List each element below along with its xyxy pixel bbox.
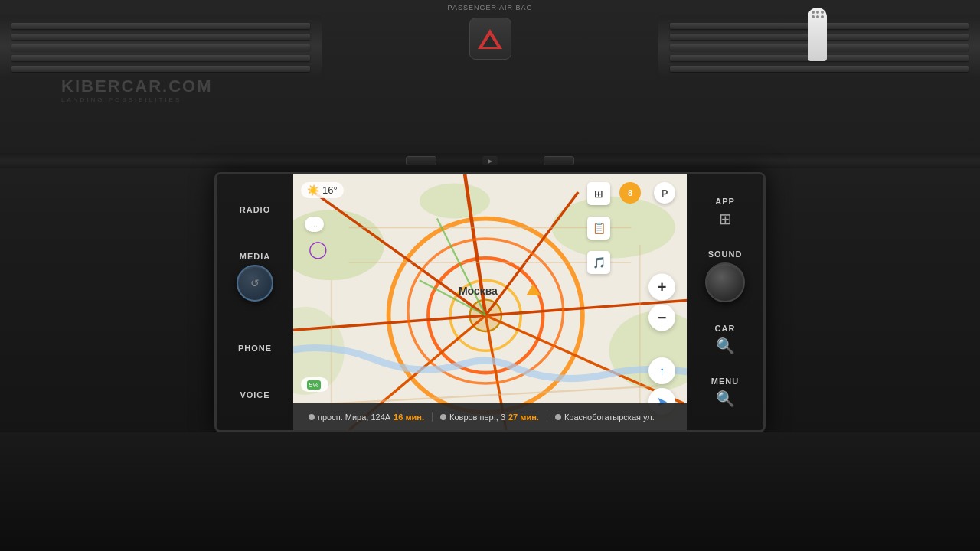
progress-value: 5% bbox=[307, 380, 321, 390]
right-controls: APP ⊞ SOUND CAR 🔍 MENU 🔍 bbox=[687, 174, 763, 430]
voice-label: VOICE bbox=[228, 390, 282, 399]
sensor-dot bbox=[812, 15, 815, 18]
media-icon: ↺ bbox=[250, 277, 260, 289]
map-container[interactable]: ☀️ 16° ... ◯ 8 P ⊞ 📋 bbox=[293, 174, 687, 430]
media-knob[interactable]: ↺ bbox=[237, 265, 273, 302]
sound-knob[interactable] bbox=[705, 262, 745, 302]
sensor-dot bbox=[821, 11, 824, 14]
bookmark-icon: 📋 bbox=[593, 222, 606, 234]
top-panel: KIBERCAR.COM LANDING POSSIBILITIES PASSE… bbox=[0, 0, 980, 153]
sound-button[interactable]: SOUND bbox=[694, 246, 756, 306]
vent-slat bbox=[11, 34, 310, 40]
strip-button-right[interactable] bbox=[544, 156, 574, 165]
left-controls: RADIO MEDIA ↺ PHONE VOICE bbox=[217, 174, 293, 430]
left-vent bbox=[0, 15, 322, 77]
sensor-dot bbox=[812, 11, 815, 14]
app-label: APP bbox=[715, 197, 735, 206]
dest-time-2: 27 мин. bbox=[508, 412, 539, 422]
brand-name: KIBERCAR.COM bbox=[61, 77, 213, 96]
vent-slat bbox=[11, 23, 310, 29]
sensor-dot bbox=[816, 11, 819, 14]
brand-watermark: KIBERCAR.COM LANDING POSSIBILITIES bbox=[61, 77, 213, 103]
map-svg bbox=[293, 174, 687, 430]
bottom-panel bbox=[0, 432, 980, 551]
app-icon: ⊞ bbox=[719, 210, 732, 228]
weather-badge: ☀️ 16° bbox=[301, 182, 344, 198]
dest-time-1: 16 мин. bbox=[394, 412, 424, 422]
menu-icon: 🔍 bbox=[716, 390, 735, 408]
menu-label: MENU bbox=[711, 377, 739, 386]
svg-point-5 bbox=[420, 184, 490, 219]
compass-button[interactable]: ↑ bbox=[648, 357, 675, 384]
vent-slat bbox=[670, 66, 969, 72]
strip-button-left[interactable] bbox=[406, 156, 436, 165]
media-button[interactable]: MEDIA ↺ bbox=[224, 246, 286, 311]
chat-bubble: ... bbox=[305, 217, 324, 232]
strip-button-center[interactable] bbox=[482, 156, 498, 165]
dest-name-2: Ковров пер., 3 bbox=[449, 412, 505, 422]
media-label: MEDIA bbox=[228, 252, 282, 261]
map-background: ☀️ 16° ... ◯ 8 P ⊞ 📋 bbox=[293, 174, 687, 430]
car-label: CAR bbox=[715, 324, 736, 333]
app-button[interactable]: APP ⊞ bbox=[694, 193, 756, 232]
dest-name-3: Краснобогатырская ул. bbox=[564, 412, 655, 422]
music-button[interactable]: 🎵 bbox=[587, 251, 610, 274]
destination-1[interactable]: просп. Мира, 124А 16 мин. bbox=[301, 412, 433, 422]
music-icon: 🎵 bbox=[593, 256, 606, 269]
vent-slat bbox=[11, 66, 310, 72]
dest-dot-3 bbox=[555, 414, 561, 420]
temperature: 16° bbox=[322, 184, 338, 196]
zoom-in-button[interactable]: + bbox=[648, 274, 675, 301]
brand-tagline: LANDING POSSIBILITIES bbox=[61, 96, 213, 103]
vent-slat bbox=[11, 55, 310, 61]
infotainment-unit: RADIO MEDIA ↺ PHONE VOICE bbox=[214, 172, 766, 432]
destination-2[interactable]: Ковров пер., 3 27 мин. bbox=[433, 412, 547, 422]
phone-button[interactable]: PHONE bbox=[224, 337, 286, 359]
zoom-controls: + − bbox=[648, 274, 675, 331]
car-icon: 🔍 bbox=[716, 337, 735, 355]
traffic-score-badge: 8 bbox=[619, 182, 641, 204]
sensor-device bbox=[808, 8, 827, 61]
destination-3[interactable]: Краснобогатырская ул. bbox=[547, 412, 662, 422]
sensor-dot bbox=[816, 15, 819, 18]
sensor-dot bbox=[821, 15, 824, 18]
destinations-bar: просп. Мира, 124А 16 мин. Ковров пер., 3… bbox=[293, 403, 687, 430]
layers-icon: ⊞ bbox=[594, 187, 603, 200]
dest-name-1: просп. Мира, 124А bbox=[318, 412, 390, 422]
bookmark-button[interactable]: 📋 bbox=[587, 217, 610, 240]
voice-button[interactable]: VOICE bbox=[224, 384, 286, 406]
parking-badge: P bbox=[654, 182, 675, 204]
radio-button[interactable]: RADIO bbox=[224, 199, 286, 220]
hazard-button[interactable] bbox=[469, 18, 511, 60]
center-top: PASSENGER AIR BAG bbox=[299, 0, 681, 67]
zoom-out-button[interactable]: − bbox=[648, 305, 675, 331]
dashboard: KIBERCAR.COM LANDING POSSIBILITIES PASSE… bbox=[0, 0, 980, 551]
radio-label: RADIO bbox=[228, 205, 282, 214]
location-marker: ◯ bbox=[309, 240, 328, 259]
phone-label: PHONE bbox=[228, 344, 282, 353]
sound-label: SOUND bbox=[708, 249, 743, 259]
traffic-progress: 5% bbox=[301, 377, 328, 392]
middle-strip bbox=[0, 153, 980, 168]
vent-slat bbox=[11, 44, 310, 51]
dest-dot-1 bbox=[309, 414, 315, 420]
car-button[interactable]: CAR 🔍 bbox=[694, 320, 756, 359]
dest-dot-2 bbox=[440, 414, 446, 420]
layers-button[interactable]: ⊞ bbox=[587, 182, 610, 205]
menu-button[interactable]: MENU 🔍 bbox=[694, 373, 756, 412]
chat-icon: ... bbox=[311, 220, 318, 229]
hazard-icon bbox=[478, 29, 502, 49]
weather-icon: ☀️ bbox=[307, 184, 319, 196]
airbag-label: PASSENGER AIR BAG bbox=[448, 4, 533, 11]
